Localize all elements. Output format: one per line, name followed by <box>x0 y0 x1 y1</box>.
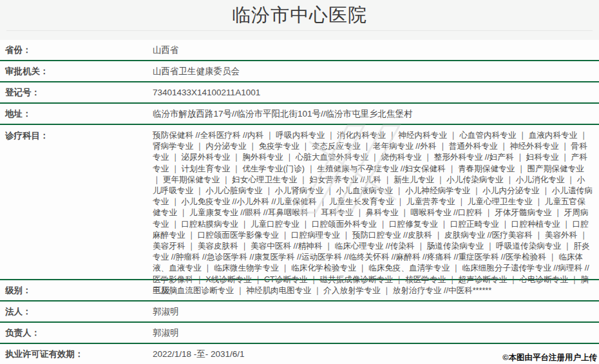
hospital-info-page: 临汾市中心医院 省份： 山西省 审批机关： 山西省卫生健康委员会 登记号： 73… <box>0 0 599 364</box>
row-label: 负责人： <box>0 327 153 339</box>
table-row-person-in-charge: 负责人： 郭淑明 <box>0 323 599 344</box>
table-row-province: 省份： 山西省 <box>0 40 599 61</box>
table-row-address: 地址： 临汾市解放西路17号//临汾市平阳北街101号//临汾市屯里乡北焦堡村 <box>0 104 599 125</box>
header-divider <box>6 30 593 31</box>
row-value: 山西省卫生健康委员会 <box>153 66 599 77</box>
title-wrap: 临汾市中心医院 <box>0 0 599 30</box>
row-value: 预防保健科 //全科医疗科 //内科 ｜ 呼吸内科专业 ｜ 消化内科专业 ｜ 神… <box>153 130 599 296</box>
row-value: 73401433X14100211A1001 <box>153 88 599 97</box>
uploader-copyright-stamp: ©本图由平台注册用户上传 <box>502 352 597 363</box>
row-value: 郭淑明 <box>153 306 599 318</box>
row-label: 级别： <box>0 285 153 296</box>
row-value: 临汾市解放西路17号//临汾市平阳北街101号//临汾市屯里乡北焦堡村 <box>153 108 599 120</box>
row-label: 省份： <box>0 44 153 56</box>
table-row-departments: 诊疗科目： 预防保健科 //全科医疗科 //内科 ｜ 呼吸内科专业 ｜ 消化内科… <box>0 125 599 280</box>
page-title: 临汾市中心医院 <box>232 3 367 28</box>
row-value: 山西省 <box>153 44 599 56</box>
table-row-registration-number: 登记号： 73401433X14100211A1001 <box>0 82 599 104</box>
row-label: 登记号： <box>0 87 153 99</box>
row-label: 执业许可证有效期： <box>0 349 153 360</box>
hospital-info-table: 省份： 山西省 审批机关： 山西省卫生健康委员会 登记号： 73401433X1… <box>0 40 599 364</box>
page-header: 临汾市中心医院 <box>0 0 599 40</box>
row-label: 诊疗科目： <box>0 130 153 142</box>
row-label: 法人： <box>0 306 153 318</box>
row-value: 三级 <box>153 285 599 296</box>
row-label: 审批机关： <box>0 66 153 77</box>
row-label: 地址： <box>0 108 153 120</box>
row-value: 郭淑明 <box>153 327 599 339</box>
table-row-approval-authority: 审批机关： 山西省卫生健康委员会 <box>0 61 599 82</box>
table-row-legal-person: 法人： 郭淑明 <box>0 302 599 323</box>
